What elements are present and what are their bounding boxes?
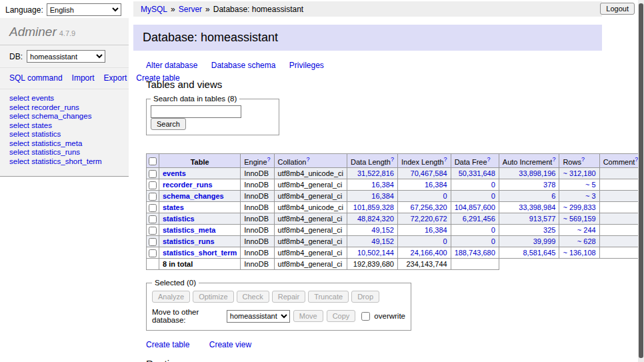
breadcrumb-link-mysql[interactable]: MySQL <box>141 5 167 14</box>
sidebar-table-link[interactable]: select schema_changes <box>9 112 119 121</box>
index-length-cell: 0 <box>397 190 451 201</box>
sidebar-table-link[interactable]: select statistics <box>9 130 119 139</box>
rows-count-link[interactable]: ~ 628 <box>577 237 596 245</box>
table-name-link[interactable]: statistics_short_term <box>163 249 237 257</box>
rows-count-link[interactable]: ~ 244 <box>577 226 596 234</box>
logout-button[interactable]: Logout <box>600 3 635 15</box>
table-name-cell: states <box>159 201 241 213</box>
doc-link[interactable]: ? <box>552 156 555 163</box>
alter-database-link[interactable]: Alter database <box>146 61 197 70</box>
selected-legend: Selected (0) <box>152 279 199 287</box>
scrollbar-thumb[interactable] <box>639 3 643 358</box>
sidebar-table-link[interactable]: select statistics_short_term <box>9 157 119 167</box>
create-table-link[interactable]: Create table <box>146 340 189 349</box>
analyze-button[interactable]: Analyze <box>152 291 190 303</box>
row-checkbox[interactable] <box>149 204 157 212</box>
breadcrumb-link-server[interactable]: Server <box>179 5 202 14</box>
rows-count-link[interactable]: ~ 312,180 <box>563 169 595 177</box>
table-name-link[interactable]: schema_changes <box>163 192 224 200</box>
optimize-button[interactable]: Optimize <box>193 291 233 303</box>
row-checkbox[interactable] <box>149 170 157 178</box>
table-name-link[interactable]: events <box>163 169 186 177</box>
scrollbar[interactable] <box>638 0 644 362</box>
sidebar-link-sql-command[interactable]: SQL command <box>9 73 63 83</box>
rows-count-link[interactable]: ~ 3 <box>585 192 596 200</box>
row-checkbox[interactable] <box>149 238 157 246</box>
rows-count-link[interactable]: ~ 569,159 <box>563 215 595 223</box>
row-checkbox[interactable] <box>149 249 157 257</box>
column-header-comment: Comment? <box>599 154 642 168</box>
db-select[interactable]: homeassistant <box>27 50 105 63</box>
index-length-cell: 16,384 <box>397 225 451 236</box>
data-length-cell: 16,384 <box>347 179 398 190</box>
collation-cell: utf8mb4_unicode_ci <box>274 201 347 213</box>
move-button[interactable]: Move <box>293 310 323 322</box>
tables-list-table: Table Engine? Collation? Data Length? In… <box>146 153 642 270</box>
selected-fieldset: Selected (0) Analyze Optimize Check Repa… <box>146 279 411 331</box>
doc-link[interactable]: ? <box>444 156 447 163</box>
db-label: DB: <box>9 52 23 61</box>
table-name-link[interactable]: states <box>163 203 184 211</box>
sidebar-table-link[interactable]: select recorder_runs <box>9 103 119 113</box>
sidebar-link-export[interactable]: Export <box>104 73 127 83</box>
language-select[interactable]: English <box>47 3 121 16</box>
row-checkbox[interactable] <box>149 193 157 201</box>
sidebar-table-link[interactable]: select events <box>9 94 119 103</box>
collation-cell: utf8mb4_general_ci <box>274 190 347 201</box>
auto-increment-cell: 325 <box>499 225 559 236</box>
table-name-link[interactable]: statistics_meta <box>163 226 216 234</box>
adminer-home-link[interactable]: Adminer <box>9 25 57 39</box>
collation-cell: utf8mb4_general_ci <box>274 213 347 225</box>
column-header-auto-increment: Auto Increment? <box>499 154 559 168</box>
sidebar-link-import[interactable]: Import <box>72 73 95 83</box>
collation-cell: utf8mb4_general_ci <box>274 236 347 247</box>
check-button[interactable]: Check <box>237 291 269 303</box>
search-legend: Search data in tables (8) <box>151 95 239 103</box>
comment-cell <box>599 190 642 201</box>
truncate-button[interactable]: Truncate <box>308 291 349 303</box>
row-checkbox[interactable] <box>149 215 157 223</box>
move-db-select[interactable]: homeassistant <box>227 310 290 323</box>
breadcrumb-current: Database: homeassistant <box>213 5 303 14</box>
row-checkbox[interactable] <box>149 227 157 235</box>
auto-increment-cell: 33,398,984 <box>499 201 559 213</box>
auto-increment-cell: 33,898,196 <box>499 167 559 179</box>
doc-link[interactable]: ? <box>487 156 491 163</box>
search-button[interactable]: Search <box>151 118 186 130</box>
drop-button[interactable]: Drop <box>351 291 379 303</box>
doc-link[interactable]: ? <box>267 156 271 163</box>
sidebar-table-link[interactable]: select statistics_meta <box>9 139 119 149</box>
sidebar-table-link[interactable]: select states <box>9 121 119 131</box>
collation-cell: utf8mb4_general_ci <box>274 225 347 236</box>
table-name-link[interactable]: statistics <box>163 215 195 223</box>
rows-count-link[interactable]: ~ 136,108 <box>563 249 595 257</box>
rows-count-link[interactable]: ~ 299,833 <box>563 203 595 211</box>
table-name-cell: statistics_runs <box>159 236 241 247</box>
row-checkbox[interactable] <box>149 181 157 189</box>
database-schema-link[interactable]: Database schema <box>211 61 276 70</box>
comment-cell <box>599 225 642 236</box>
doc-link[interactable]: ? <box>391 156 394 163</box>
comment-cell <box>599 167 642 179</box>
repair-button[interactable]: Repair <box>272 291 305 303</box>
auto-increment-cell: 8,581,645 <box>499 247 559 259</box>
engine-cell: InnoDB <box>241 225 274 236</box>
tables-and-views-heading: Tables and views <box>146 79 602 90</box>
sidebar: Adminer4.7.9 DB: homeassistant SQL comma… <box>0 18 129 177</box>
rows-count-link[interactable]: ~ 5 <box>585 181 596 189</box>
table-name-link[interactable]: recorder_runs <box>163 181 213 189</box>
column-header-collation: Collation? <box>274 154 347 168</box>
select-all-checkbox[interactable] <box>149 157 157 165</box>
search-input[interactable] <box>151 105 241 118</box>
create-view-link[interactable]: Create view <box>209 340 251 349</box>
overwrite-checkbox[interactable] <box>361 312 370 321</box>
doc-link[interactable]: ? <box>581 156 585 163</box>
table-name-link[interactable]: statistics_runs <box>163 237 215 245</box>
engine-cell: InnoDB <box>241 213 274 225</box>
privileges-link[interactable]: Privileges <box>289 61 324 70</box>
copy-button[interactable]: Copy <box>327 310 356 322</box>
doc-link[interactable]: ? <box>306 156 309 163</box>
engine-cell: InnoDB <box>241 247 274 259</box>
sidebar-table-link[interactable]: select statistics_runs <box>9 148 119 157</box>
table-row: states InnoDB utf8mb4_unicode_ci 101,859… <box>147 201 642 213</box>
